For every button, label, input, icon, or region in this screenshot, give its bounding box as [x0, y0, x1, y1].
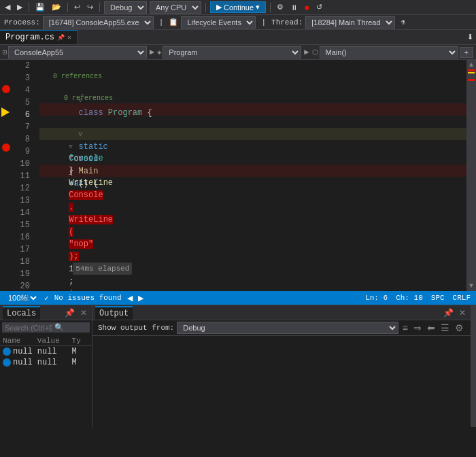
- bp-empty-16: [0, 222, 12, 234]
- process-label: Process:: [4, 18, 40, 27]
- status-text: No issues found: [54, 294, 122, 302]
- output-source-dropdown[interactable]: Debug: [177, 322, 398, 334]
- line-num-9: 9: [12, 146, 30, 158]
- nav-separator2: ▶: [304, 47, 309, 57]
- editor-scrollbar[interactable]: ▲ ▼: [466, 60, 476, 291]
- locals-pin-button[interactable]: 📌: [63, 308, 77, 318]
- bp-empty-15: [0, 211, 12, 222]
- tab-program-cs[interactable]: Program.cs 📌 ✕: [0, 30, 78, 44]
- toolbar-icon-restart[interactable]: ↺: [314, 2, 324, 12]
- output-pin-button[interactable]: 📌: [441, 308, 456, 318]
- status-bar: 100% ✓ No issues found ◀ ▶ Ln: 6 Ch: 10 …: [0, 291, 476, 305]
- line-num-10: 10: [12, 158, 30, 170]
- platform-dropdown[interactable]: Any CPU: [150, 1, 201, 14]
- lifecycle-dropdown[interactable]: Lifecycle Events: [181, 16, 256, 29]
- toolbar-icon-open[interactable]: 📂: [50, 2, 63, 12]
- status-encoding: SPC: [431, 294, 445, 302]
- line-num-18: 18: [12, 256, 30, 268]
- breakpoint-circle-4[interactable]: [2, 85, 10, 93]
- toolbar-icon-misc1[interactable]: ⚙: [275, 2, 286, 12]
- scroll-mark-current: [468, 72, 475, 73]
- output-wrap-button[interactable]: ⇒: [412, 322, 423, 333]
- code-line-15: [39, 238, 466, 250]
- code-line-11: [39, 189, 466, 201]
- locals-panel-tools: 📌 ✕: [63, 308, 89, 318]
- scroll-down-icon[interactable]: ▼: [469, 282, 473, 290]
- code-line-4: ▽ static void Main () {: [39, 103, 466, 116]
- toolbar-icon-stop[interactable]: ■: [303, 3, 311, 12]
- locals-search-button[interactable]: 🔍: [54, 323, 64, 332]
- locals-panel: Locals 📌 ✕ 🔍 Name Value Ty null nu: [0, 305, 92, 427]
- nav-add-button[interactable]: +: [460, 47, 473, 58]
- line-num-16: 16: [12, 231, 30, 243]
- tab-output-label: Output: [99, 309, 129, 318]
- line-num-20: 20: [12, 280, 30, 292]
- back-button[interactable]: ◀: [3, 2, 12, 12]
- locals-close-button[interactable]: ✕: [78, 308, 89, 318]
- class-dropdown[interactable]: Program: [163, 46, 301, 58]
- bp-empty-20: [0, 268, 12, 280]
- output-scrollbar[interactable]: [471, 305, 476, 427]
- bp-empty-11: [0, 165, 12, 177]
- status-ch: Ch: 10: [396, 294, 423, 302]
- code-line-17: [39, 263, 466, 275]
- tab-label: Program.cs: [5, 33, 54, 42]
- thread-dropdown[interactable]: [18284] Main Thread: [305, 16, 395, 29]
- code-line-12: [39, 201, 466, 214]
- output-list-button[interactable]: ☰: [439, 322, 451, 333]
- status-nav-next[interactable]: ▶: [138, 294, 143, 303]
- toolbar-separator: [29, 3, 29, 12]
- nav-icon: ⊡: [3, 48, 7, 56]
- output-from-label: Show output from:: [98, 324, 174, 332]
- scroll-up-icon[interactable]: ▲: [469, 61, 473, 69]
- breakpoint-circle-9[interactable]: [2, 143, 10, 152]
- breakpoint-4[interactable]: [0, 83, 12, 95]
- namespace-dropdown[interactable]: ConsoleApp55: [8, 46, 147, 58]
- tab-close-button[interactable]: ✕: [67, 33, 71, 41]
- redo-button[interactable]: ↪: [85, 2, 95, 12]
- tab-scroll-button[interactable]: ⬇: [464, 30, 476, 44]
- thread-separator: |: [261, 18, 266, 27]
- process-dropdown[interactable]: [16748] ConsoleApp55.exe: [43, 16, 154, 29]
- col-name: Name: [3, 337, 37, 345]
- toolbar-icon-misc2[interactable]: ⏸: [288, 3, 300, 12]
- status-ln: Ln: 6: [365, 294, 388, 302]
- debug-mode-dropdown[interactable]: Debug: [104, 1, 147, 14]
- output-panel-tools: 📌 ✕: [441, 308, 468, 318]
- line-num-8: 8: [12, 133, 30, 146]
- bp-empty-8: [0, 130, 12, 141]
- filter-icon[interactable]: ⚗: [401, 18, 405, 27]
- code-line-13: [39, 214, 466, 226]
- code-line-5: ▽ for ( var i = 0 ; i < 10 ; i ++) {: [39, 116, 466, 128]
- code-editor[interactable]: 0 references ▽ class Program { 0 referen…: [34, 60, 466, 291]
- breakpoint-9[interactable]: [0, 141, 12, 154]
- tab-pin-icon[interactable]: 📌: [57, 34, 65, 41]
- status-nav-prev[interactable]: ◀: [127, 294, 133, 303]
- output-clear-button[interactable]: ≡: [401, 322, 409, 333]
- output-align-left-button[interactable]: ⬅: [426, 322, 437, 333]
- output-content: [92, 336, 471, 427]
- row1-value: null: [37, 347, 72, 356]
- output-close-button[interactable]: ✕: [457, 308, 468, 318]
- continue-button[interactable]: ▶ Continue ▾: [210, 1, 266, 13]
- tab-bar-empty: [78, 30, 464, 44]
- toolbar-icon-save[interactable]: 💾: [33, 2, 47, 12]
- lifecycle-label: 📋: [169, 18, 178, 27]
- locals-search-input[interactable]: [5, 324, 52, 332]
- continue-dropdown-icon: ▾: [256, 3, 260, 12]
- undo-button[interactable]: ↩: [72, 2, 82, 12]
- main-toolbar: ◀ ▶ 💾 📂 ↩ ↪ Debug Any CPU ▶ Continue ▾ ⚙…: [0, 0, 476, 15]
- locals-table: Name Value Ty null null M null null M: [0, 335, 92, 369]
- tab-locals[interactable]: Locals: [3, 306, 40, 320]
- output-settings-button[interactable]: ⚙: [454, 322, 465, 333]
- code-line-10: [39, 177, 466, 189]
- forward-button[interactable]: ▶: [15, 2, 24, 12]
- status-line-ending: CRLF: [453, 294, 471, 302]
- output-tab-bar: Output 📌 ✕: [92, 305, 471, 320]
- tab-output[interactable]: Output: [95, 306, 133, 320]
- method-dropdown[interactable]: Main(): [320, 46, 458, 58]
- output-toolbar: Show output from: Debug ≡ ⇒ ⬅ ☰ ⚙: [92, 320, 471, 336]
- bp-empty-21: [0, 280, 12, 291]
- row1-name: null: [3, 347, 37, 356]
- editor-nav-bar: ⊡ ConsoleApp55 ▶ ◈ Program ▶ ⬡ Main() +: [0, 45, 476, 60]
